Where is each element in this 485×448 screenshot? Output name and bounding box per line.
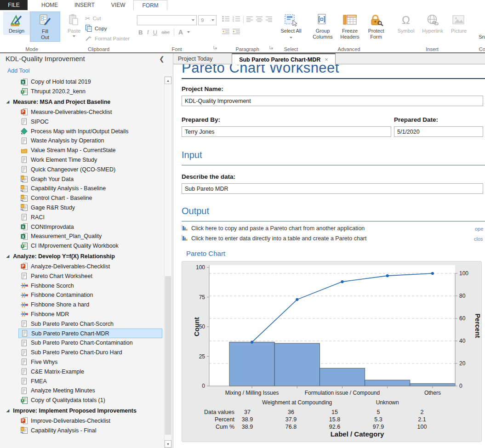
project-name-input[interactable] [182, 96, 483, 106]
tab-view[interactable]: VIEW [103, 0, 134, 10]
sidebar-item[interactable]: XCopy of Qualitydata totals (1) [18, 396, 162, 405]
cut-button[interactable]: ✂ Cut [83, 13, 131, 23]
sidebar-item[interactable]: Sub Pareto Pareto Chart-Contamination [18, 338, 162, 348]
sidebar-item-label: Measure-Deliverables-Checklist [31, 109, 112, 115]
tab-insert[interactable]: INSERT [66, 0, 103, 10]
sidebar-item[interactable]: Work Element Time Study [18, 155, 162, 165]
sidebar-item[interactable]: Capability Analysis - Final [18, 425, 162, 435]
sidebar-item[interactable]: Value Stream Map - CurrentState [18, 146, 162, 155]
sidebar-item[interactable]: XMeasurement_Plan_Quality [18, 232, 162, 241]
close-tab-icon[interactable]: × [325, 56, 328, 63]
sidebar-item[interactable]: Waste Analysis by Operation [18, 136, 162, 146]
paste-pareto-link[interactable]: Click here to copy and paste a Pareto ch… [182, 225, 365, 232]
increase-indent-button[interactable] [233, 28, 240, 36]
protect-form-button[interactable]: Protect Form [364, 11, 388, 41]
symbol-icon: Ω [402, 12, 410, 28]
sidebar-scrollbar[interactable]: ▲ ▼ [164, 76, 172, 448]
underline-button[interactable]: U [153, 29, 157, 36]
copy-button[interactable]: Copy [83, 23, 131, 34]
symbol-button[interactable]: Ω Symbol [394, 11, 418, 35]
tab-file[interactable]: FILE [0, 0, 28, 10]
cut-icon: ✂ [85, 15, 91, 22]
sidebar-item[interactable]: Fishbone Scorch [18, 281, 162, 290]
copy-label: Copy [95, 26, 107, 31]
font-color-button[interactable]: A [178, 28, 183, 36]
paste-button[interactable]: Paste [66, 11, 82, 38]
add-tool-link[interactable]: Add Tool [7, 68, 29, 74]
sidebar-item[interactable]: FMEA [18, 376, 162, 386]
sidebar-item[interactable]: RACI [18, 212, 162, 222]
picture-button[interactable]: Picture [447, 11, 470, 35]
tree-expanded-icon[interactable]: ◢ [6, 254, 9, 258]
sidebar-item[interactable]: XCONtImprovdata [18, 222, 162, 232]
align-left-button[interactable] [246, 16, 253, 24]
sidebar-item[interactable]: Process Map with Input/Output Details [18, 126, 162, 136]
scroll-up-icon[interactable]: ▲ [165, 77, 171, 84]
font-family-combo[interactable] [137, 15, 197, 25]
sidebar-item[interactable]: Five Whys [18, 357, 162, 367]
align-center-button[interactable] [256, 16, 263, 24]
bullet-list-button[interactable] [222, 16, 230, 24]
svg-text:Data values: Data values [204, 409, 234, 415]
select-all-button[interactable]: Select All [278, 11, 304, 41]
sidebar-item[interactable]: SIPOC [18, 117, 162, 126]
sidebar-item[interactable]: Fishbone Contamination [18, 290, 162, 300]
sidebar-item[interactable]: Quick Changeover (QCO-SMED) [18, 164, 162, 174]
close-link-truncated[interactable]: clos [474, 236, 483, 242]
align-right-button[interactable] [266, 16, 273, 24]
font-dialog-launcher-icon[interactable] [213, 43, 217, 51]
sidebar-item[interactable]: Fishbone Shore a hard [18, 300, 162, 310]
italic-button[interactable]: I [147, 28, 148, 36]
scroll-down-icon[interactable]: ▼ [165, 440, 171, 448]
tree-expanded-icon[interactable]: ◢ [6, 408, 9, 413]
sidebar-item[interactable]: Gage R&R Study [18, 203, 162, 213]
sidebar-item[interactable]: Fishbone MDR [18, 310, 162, 319]
hyperlink-button[interactable]: Hyperlink [418, 11, 447, 35]
sidebar-item[interactable]: Pareto Chart Worksheet [18, 271, 162, 281]
sidebar-item[interactable]: XCopy of Hold total 2019 [18, 77, 162, 87]
font-size-combo[interactable]: 9 [198, 15, 217, 25]
prepared-by-input[interactable] [182, 126, 391, 137]
take-snapshot-button[interactable]: Take Snapshot [476, 11, 485, 41]
tree-expanded-icon[interactable]: ◢ [6, 100, 9, 104]
decrease-indent-button[interactable] [222, 28, 230, 36]
group-columns-button[interactable]: Group Columns [309, 11, 336, 41]
sidebar-item[interactable]: Sub Pareto Pareto Chart-Scorch [18, 319, 162, 329]
scrollbar-thumb[interactable] [165, 276, 171, 435]
describe-data-input[interactable] [182, 183, 483, 194]
fill-out-label: Fill Out [37, 28, 53, 40]
strikethrough-button[interactable]: abc [161, 29, 170, 35]
sidebar-item[interactable]: Control Chart - Baseline [18, 193, 162, 203]
sidebar-item[interactable]: Capability Analysis - Baseline [18, 184, 162, 193]
doc-tab-project-today[interactable]: Project Today [178, 53, 213, 64]
sidebar-item[interactable]: PMeasure-Deliverables-Checklist [18, 108, 162, 117]
doc-tab-sub-pareto-mdr[interactable]: Sub Pareto Pareto Chart-MDR × [232, 53, 336, 65]
ppt-icon: P [21, 108, 28, 115]
sidebar-item[interactable]: XThruput 2020.2_kenn [18, 87, 162, 96]
tab-home[interactable]: HOME [33, 0, 66, 10]
sidebar-item[interactable]: XCI IMprovement Quality Workbook [18, 241, 162, 251]
bold-button[interactable]: B [138, 29, 143, 36]
sidebar-item-selected[interactable]: Sub Pareto Pareto Chart-MDR [18, 329, 162, 338]
freeze-headers-button[interactable]: Freeze Headers [336, 11, 364, 41]
paragraph-dialog-launcher-icon[interactable] [269, 43, 274, 51]
sidebar-item[interactable]: Graph Your Data [18, 174, 162, 184]
sidebar-item[interactable]: PImprove-Deliverables-Checklist [18, 416, 162, 426]
sidebar-collapse-icon[interactable]: ❮ [159, 55, 165, 62]
prepared-date-input[interactable] [394, 126, 483, 137]
open-link-truncated[interactable]: ope [475, 226, 483, 232]
enter-data-link[interactable]: Click here to enter data directly into a… [182, 235, 366, 242]
design-button[interactable]: Design [3, 11, 30, 35]
sidebar-item[interactable]: Analyze Meeting Minutes [18, 386, 162, 396]
sidebar-item[interactable]: C&E Matrix-Example [18, 367, 162, 376]
format-painter-button[interactable]: Format Painter [83, 34, 131, 44]
sidebar-item[interactable]: Sub Pareto Pareto Chart-Duro Hard [18, 348, 162, 357]
sidebar-section-header[interactable]: ◢Measure: MSA and Project Baseline [6, 96, 164, 108]
clipboard-group-label: Clipboard [63, 46, 134, 52]
sidebar-section-header[interactable]: ◢Analyze: Develop Y=f(X) Relationship [6, 251, 164, 262]
numbered-list-button[interactable]: 123 [233, 16, 240, 24]
tab-form[interactable]: FORM [133, 0, 167, 10]
sidebar-item[interactable]: PAnalyze-Deliverables-Checklist [18, 262, 162, 272]
fill-out-button[interactable]: Fill Out [30, 11, 60, 42]
sidebar-section-header[interactable]: ◢Improve: Implement Proposed Improvement… [6, 405, 164, 416]
